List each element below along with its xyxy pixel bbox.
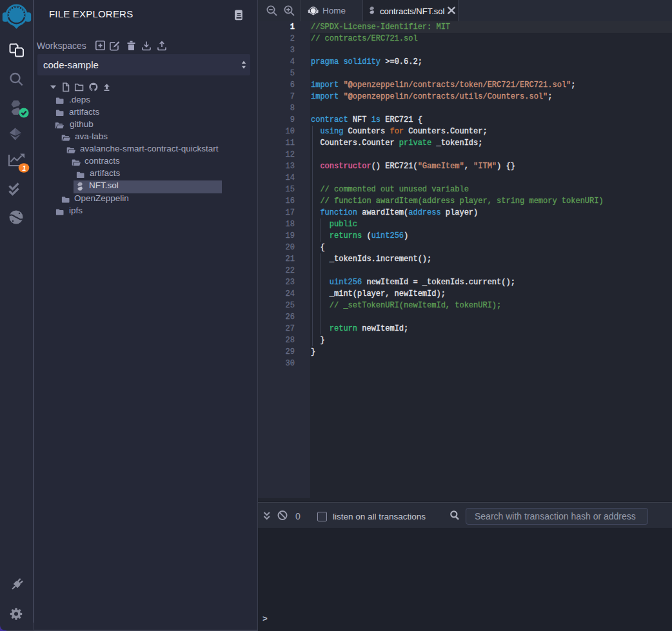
svg-text:1: 1 [23,164,26,172]
